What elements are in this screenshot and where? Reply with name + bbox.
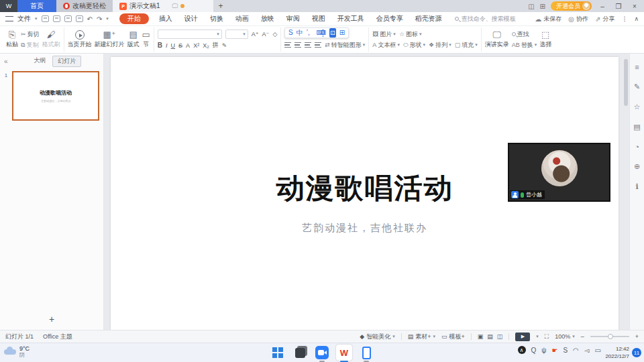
underline-button[interactable]: U [171, 42, 176, 49]
play-options-caret-icon[interactable]: ▾ [536, 334, 539, 339]
picture-button[interactable]: 🖼图片▾ [372, 30, 396, 39]
tab-promo[interactable]: 改稿更轻松 [56, 0, 113, 12]
shape-button[interactable]: ⬭形状▾ [403, 41, 425, 50]
slide-thumbnail[interactable]: 动漫歌唱活动 艺韵动漫社，吉他社联办 [12, 71, 99, 121]
collapse-panel-icon[interactable]: « [4, 58, 8, 65]
align-left-icon[interactable] [284, 42, 291, 48]
format-painter-button[interactable]: 🖌格式刷 [42, 30, 60, 49]
highlight-button[interactable]: ✎ [222, 42, 227, 49]
sogou-input-bar[interactable]: S中’,⌨⊡⊞ [284, 27, 349, 38]
clear-format-icon[interactable]: ◇ [272, 31, 277, 38]
sidebar-tool-icon[interactable]: ℹ [635, 182, 638, 191]
replace-button[interactable]: AB替换▾ [512, 41, 537, 50]
input-bar-icon[interactable]: ’, [307, 28, 310, 38]
voice-input-icon[interactable] [321, 29, 325, 35]
user-avatar[interactable] [582, 2, 590, 10]
tray-icon[interactable]: ψ [541, 347, 546, 354]
new-slide-button[interactable]: ▦⁺新建幻灯片 [95, 30, 125, 49]
vertical-scrollbar[interactable] [623, 56, 628, 323]
share-button[interactable]: ⇗分享 [595, 15, 614, 23]
notification-badge[interactable]: 11 [632, 348, 641, 357]
font-name-select[interactable]: ▾ [158, 29, 222, 39]
zoom-out-button[interactable]: – [581, 333, 584, 340]
ribbon-tab[interactable]: 审阅 [280, 14, 306, 23]
sidebar-tool-icon[interactable]: ◔ [635, 143, 639, 151]
start-button[interactable] [270, 345, 286, 361]
input-bar-icon[interactable]: ⊡ [329, 28, 336, 38]
preview-icon[interactable] [76, 15, 83, 22]
theme-name[interactable]: Office 主题 [43, 333, 72, 341]
view-mode-icon[interactable]: ◫ [497, 333, 503, 340]
view-mode-icon[interactable]: ▣ [478, 333, 484, 340]
superscript-button[interactable]: X² [193, 42, 199, 49]
collaborate-button[interactable]: ◎协作 [568, 15, 588, 23]
slideshow-play-button[interactable]: ▶ [515, 333, 530, 341]
tray-icon[interactable]: Q [531, 347, 537, 354]
shrink-font-button[interactable]: A⁻ [262, 31, 270, 38]
font-size-select[interactable]: ▾ [225, 29, 248, 39]
ribbon-tab[interactable]: 插入 [153, 14, 178, 23]
play-current-button[interactable]: 当页开始 [68, 30, 92, 49]
bold-button[interactable]: B [158, 42, 162, 49]
tray-icon[interactable]: ◅ [584, 347, 590, 354]
meeting-camera-overlay[interactable]: 曾小越 [508, 143, 610, 202]
new-tab-button[interactable]: + [213, 0, 228, 12]
zoom-slider-knob[interactable] [608, 334, 613, 339]
sidebar-tool-icon[interactable]: ☆ [634, 103, 641, 111]
ribbon-tab[interactable]: 稻壳资源 [409, 14, 448, 23]
phone-link-button[interactable] [358, 345, 374, 361]
rehearse-button[interactable]: 🖵演讲实录 [485, 30, 509, 49]
sidebar-tool-icon[interactable]: ✎ [634, 82, 640, 91]
tab-start[interactable]: 开始 [119, 13, 149, 24]
ribbon-tab[interactable]: 视图 [306, 14, 331, 23]
minimize-button[interactable]: – [597, 3, 608, 10]
tab-home[interactable]: 首页 [17, 0, 56, 12]
tray-icon[interactable]: S [563, 347, 568, 354]
ribbon-tab[interactable]: 开发工具 [331, 14, 370, 23]
fill-button[interactable]: ▢填充▾ [455, 41, 478, 50]
fit-slide-button[interactable]: ⛶ [545, 333, 549, 341]
task-view-button[interactable] [292, 345, 308, 361]
ribbon-tab[interactable]: 动画 [229, 14, 255, 23]
export-icon[interactable] [53, 15, 60, 22]
ribbon-tab[interactable]: 放映 [255, 14, 280, 23]
tab-outline[interactable]: 大纲 [31, 56, 48, 67]
subscript-button[interactable]: X₂ [203, 42, 209, 49]
zoom-in-button[interactable]: + [635, 333, 639, 340]
redo-icon[interactable]: ↷ [97, 15, 102, 23]
font-color-button[interactable]: A [186, 42, 190, 49]
find-button[interactable]: 查找 [512, 30, 537, 39]
smart-graphic-button[interactable]: ⇄转智能图形▾ [325, 41, 365, 50]
sidebar-tool-icon[interactable]: ▤ [633, 123, 640, 131]
file-menu[interactable]: 文件 [17, 14, 31, 23]
tab-document[interactable]: P 演示文稿1 🖵 [113, 0, 213, 12]
present-screen-icon[interactable]: 🖵 [172, 3, 178, 10]
italic-button[interactable]: I [166, 42, 168, 49]
cut-button[interactable]: ✂剪切 [21, 30, 40, 39]
undo-icon[interactable]: ↶ [87, 15, 93, 23]
more-menu-icon[interactable]: ⋮ [621, 15, 627, 22]
smart-beautify-button[interactable]: ◆智能美化▾ [360, 333, 394, 341]
zoom-slider[interactable] [590, 336, 629, 337]
weather-widget[interactable]: 9°C 阴 [4, 345, 30, 359]
justify-icon[interactable] [315, 42, 321, 48]
pinyin-button[interactable]: 拼 [213, 41, 219, 50]
add-slide-button[interactable]: + [0, 314, 103, 324]
scrollbar-thumb[interactable] [624, 59, 628, 106]
meeting-app-button[interactable] [314, 345, 330, 361]
arrange-button[interactable]: ❖排列▾ [429, 41, 451, 50]
ribbon-tab[interactable]: 会员专享 [370, 14, 409, 23]
icon-library-button[interactable]: ☆图标▾ [399, 30, 422, 39]
view-mode-icon[interactable]: ▤ [487, 333, 493, 340]
zoom-level[interactable]: 100%▾ [555, 333, 575, 340]
sidebar-tool-icon[interactable]: ⊕ [634, 162, 640, 171]
reading-layout-icon[interactable]: ◫ [528, 3, 534, 10]
material-plus-button[interactable]: ▤素材+▾ [408, 333, 435, 341]
tray-icon[interactable]: ◠ [573, 347, 579, 354]
slide-subtitle[interactable]: 艺韵动漫社，吉他社联办 [111, 222, 619, 235]
wps-logo[interactable]: W [0, 0, 17, 12]
quickbar-caret-icon[interactable]: ▾ [106, 16, 109, 21]
print-icon[interactable] [64, 15, 72, 22]
layout-button[interactable]: ▤版式 [127, 30, 140, 49]
section-button[interactable]: ▭节 [142, 30, 150, 49]
